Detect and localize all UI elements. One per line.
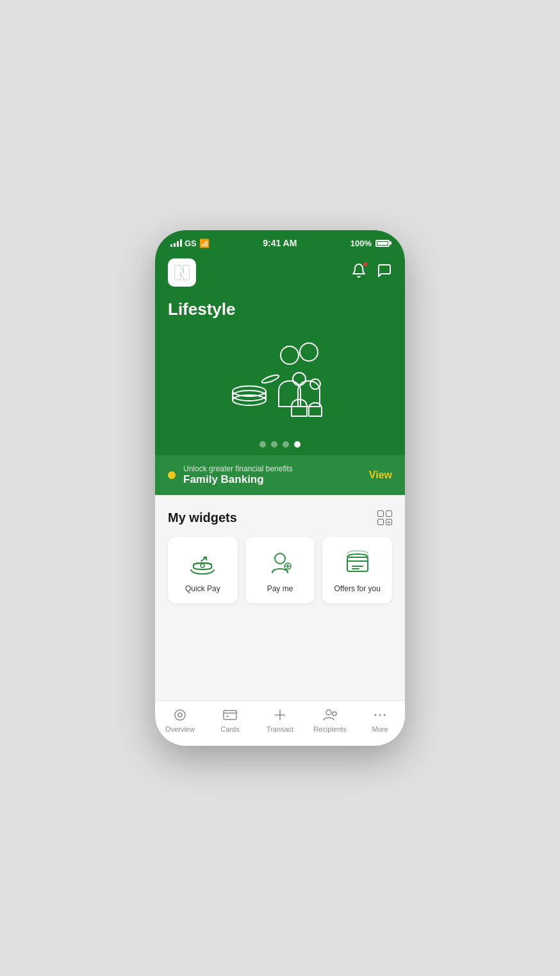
logo-icon (172, 263, 192, 282)
recipients-icon (322, 707, 338, 723)
svg-point-9 (310, 379, 320, 389)
nav-transact[interactable]: Transact (255, 707, 305, 733)
svg-point-30 (384, 714, 386, 716)
widgets-title: My widgets (168, 510, 237, 525)
phone-frame: GS 📶 9:41 AM 100% (155, 230, 405, 746)
nav-recipients-label: Recipients (313, 725, 346, 733)
widgets-row: Quick Pay Pay me (168, 537, 392, 603)
pay-me-label: Pay me (267, 584, 293, 593)
nav-more[interactable]: More (355, 707, 405, 733)
svg-point-7 (300, 343, 318, 361)
offers-icon (343, 548, 372, 576)
overview-icon (172, 707, 188, 723)
family-illustration (210, 333, 350, 432)
header-icons (351, 263, 392, 282)
battery-icon (375, 240, 390, 247)
quick-pay-icon (188, 548, 217, 576)
status-time: 9:41 AM (263, 238, 297, 248)
svg-rect-20 (224, 711, 236, 719)
svg-point-28 (375, 714, 377, 716)
notification-dot (363, 262, 368, 267)
grid-sq-3 (377, 519, 384, 525)
nav-overview-label: Overview (165, 725, 195, 733)
family-banking-text: Unlock greater financial benefits Family… (183, 464, 361, 486)
status-bar: GS 📶 9:41 AM 100% (155, 230, 405, 252)
nav-transact-label: Transact (267, 725, 293, 733)
grid-sq-2 (386, 510, 392, 517)
grid-sq-1 (377, 510, 384, 517)
more-icon (372, 707, 388, 723)
carousel-dots (155, 432, 405, 455)
offers-widget[interactable]: Offers for you (322, 537, 392, 603)
dot-3[interactable] (283, 441, 289, 448)
signal-icon (170, 239, 182, 247)
dot-1[interactable] (259, 441, 266, 448)
svg-point-10 (201, 564, 204, 568)
offers-label: Offers for you (334, 584, 380, 593)
hero-illustration (168, 330, 392, 432)
quick-pay-widget[interactable]: Quick Pay (168, 537, 238, 603)
widgets-header: My widgets + (168, 510, 392, 525)
notification-button[interactable] (351, 263, 366, 282)
bottom-nav: Overview Cards Transact (155, 700, 405, 746)
family-sub-text: Unlock greater financial benefits (183, 464, 361, 473)
message-button[interactable] (377, 263, 392, 282)
svg-point-6 (281, 346, 299, 364)
svg-point-18 (175, 710, 185, 720)
app-header (155, 252, 405, 287)
view-button[interactable]: View (369, 469, 392, 481)
svg-point-25 (326, 710, 331, 715)
grid-sq-add: + (386, 519, 392, 525)
nav-cards[interactable]: Cards (205, 707, 255, 733)
family-banking-banner[interactable]: Unlock greater financial benefits Family… (155, 455, 405, 495)
svg-point-26 (333, 712, 336, 716)
transact-icon (272, 707, 288, 723)
svg-point-11 (275, 553, 285, 564)
status-battery: 100% (350, 239, 390, 248)
nav-recipients[interactable]: Recipients (305, 707, 355, 733)
family-main-text: Family Banking (183, 473, 361, 486)
hero-title: Lifestyle (168, 299, 392, 319)
dot-4[interactable] (294, 441, 301, 448)
wifi-icon: 📶 (199, 239, 210, 248)
quick-pay-label: Quick Pay (185, 584, 220, 593)
pay-me-widget[interactable]: Pay me (245, 537, 315, 603)
hero-banner: Lifestyle (155, 287, 405, 432)
svg-point-19 (178, 713, 182, 717)
dot-2[interactable] (271, 441, 277, 448)
yellow-dot (168, 471, 176, 479)
cards-icon (222, 707, 238, 723)
nav-cards-label: Cards (220, 725, 239, 733)
pay-me-icon (266, 548, 294, 576)
add-widget-button[interactable]: + (377, 510, 392, 525)
svg-point-5 (261, 373, 279, 384)
nav-more-label: More (372, 725, 388, 733)
nav-overview[interactable]: Overview (155, 707, 205, 733)
svg-point-29 (379, 714, 381, 716)
svg-point-8 (293, 373, 306, 385)
status-carrier: GS 📶 (170, 239, 210, 248)
app-logo[interactable] (168, 258, 196, 287)
main-content: My widgets + (155, 495, 405, 700)
